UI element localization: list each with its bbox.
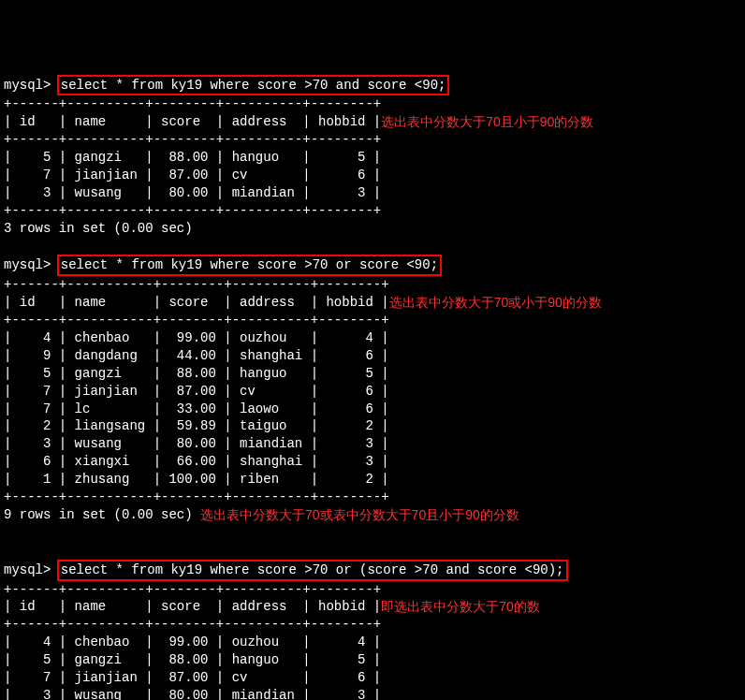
mysql-prompt: mysql>: [4, 78, 59, 93]
table-row: | 3 | wusang | 80.00 | miandian | 3 |: [4, 185, 381, 200]
table-row: | 5 | gangzi | 88.00 | hanguo | 5 |: [4, 652, 381, 667]
mysql-prompt: mysql>: [4, 562, 59, 577]
sql-query: select * from ky19 where score >70 or (s…: [57, 560, 568, 581]
annotation: 选出表中分数大于70或表中分数大于70且小于90的分数: [200, 506, 519, 524]
table-row: | 1 | zhusang | 100.00 | riben | 2 |: [4, 472, 389, 487]
result-footer: 3 rows in set (0.00 sec): [4, 221, 193, 236]
annotation: 选出表中分数大于70且小于90的分数: [381, 113, 593, 131]
table-row: | 7 | jianjian | 87.00 | cv | 6 |: [4, 670, 381, 685]
table-row: | 2 | liangsang | 59.89 | taiguo | 2 |: [4, 418, 389, 433]
table-header: | id | name | score | address | hobbid |: [4, 113, 381, 131]
table-row: | 3 | wusang | 80.00 | miandian | 3 |: [4, 436, 389, 451]
table-row: | 5 | gangzi | 88.00 | hanguo | 5 |: [4, 150, 381, 165]
annotation: 即选出表中分数大于70的数: [381, 598, 540, 616]
table-row: | 4 | chenbao | 99.00 | ouzhou | 4 |: [4, 330, 389, 345]
table-row: | 4 | chenbao | 99.00 | ouzhou | 4 |: [4, 634, 381, 649]
table-row: | 3 | wusang | 80.00 | miandian | 3 |: [4, 688, 381, 700]
table-row: | 7 | lc | 33.00 | laowo | 6 |: [4, 401, 389, 416]
table-header: | id | name | score | address | hobbid |: [4, 598, 381, 616]
sql-query: select * from ky19 where score >70 or sc…: [57, 255, 442, 276]
mysql-prompt: mysql>: [4, 257, 59, 272]
terminal-output: mysql> select * from ky19 where score >7…: [4, 75, 741, 700]
result-footer: 9 rows in set (0.00 sec): [4, 506, 200, 524]
annotation: 选出表中分数大于70或小于90的分数: [389, 294, 602, 312]
table-row: | 7 | jianjian | 87.00 | cv | 6 |: [4, 384, 389, 399]
sql-query: select * from ky19 where score >70 and s…: [57, 75, 450, 96]
table-row: | 5 | gangzi | 88.00 | hanguo | 5 |: [4, 366, 389, 381]
table-row: | 7 | jianjian | 87.00 | cv | 6 |: [4, 168, 381, 182]
table-row: | 9 | dangdang | 44.00 | shanghai | 6 |: [4, 348, 389, 363]
table-header: | id | name | score | address | hobbid |: [4, 294, 389, 312]
table-row: | 6 | xiangxi | 66.00 | shanghai | 3 |: [4, 454, 389, 469]
